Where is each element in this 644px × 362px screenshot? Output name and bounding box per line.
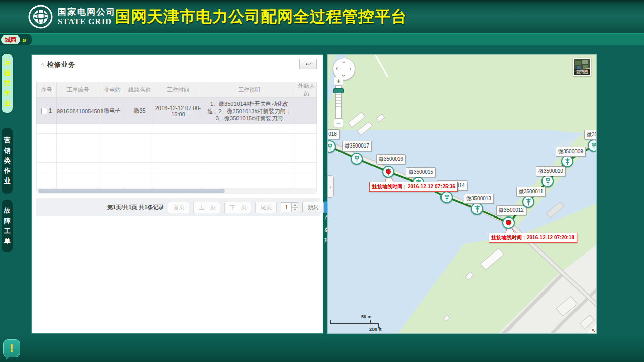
empty-table-row — [37, 153, 317, 163]
maintenance-panel: ⌂ 检修业务 ↩ 序号 工单编号 变电站 线路名称 工作时间 工作说明 外勤人员 — [31, 54, 323, 334]
table-h-scrollbar[interactable] — [36, 188, 316, 194]
h-scrollbar-thumb[interactable] — [38, 189, 225, 193]
pole-marker[interactable] — [471, 203, 483, 215]
region-label[interactable]: 城西 — [1, 35, 20, 44]
zoom-out-button[interactable]: − — [334, 119, 343, 127]
page-number-spinner: ▲ ▼ — [281, 202, 298, 212]
back-icon: ↩ — [306, 60, 311, 68]
brand-text: 国家电网公司 STATE GRID — [58, 7, 116, 26]
app-root: 国家电网公司 STATE GRID 国网天津市电力公司配网全过程管控平台 城西 … — [0, 0, 644, 362]
app-header: 国家电网公司 STATE GRID 国网天津市电力公司配网全过程管控平台 — [0, 0, 644, 33]
region-tab[interactable]: 城西 » — [0, 34, 32, 45]
empty-table-row — [37, 172, 317, 182]
prev-page-button[interactable]: 上一页 — [193, 202, 220, 213]
chevron-left-icon: ‹ — [329, 184, 331, 190]
pole-label[interactable]: 微3500017 — [342, 141, 372, 151]
brand-cn: 国家电网公司 — [58, 7, 116, 17]
spinner-up-icon[interactable]: ▲ — [292, 202, 298, 207]
pole-marker[interactable] — [440, 191, 453, 203]
pole-label[interactable]: 微3500013 — [464, 194, 494, 204]
double-chevron-right-icon[interactable]: » — [22, 35, 26, 44]
pole-label[interactable]: 微3500018 — [327, 129, 340, 139]
sidebar-tab-fault-order[interactable]: 故障工单 — [2, 200, 13, 252]
region-strip: 城西 » — [0, 33, 644, 45]
first-page-button[interactable]: 首页 — [168, 202, 189, 213]
cell-line-name: 微35 — [125, 98, 154, 124]
scale-metric-label: 50 m — [361, 314, 372, 319]
cell-description: 1、微3501014#杆开关自动化改造；2、微3501013#杆新装刀闸；3、微… — [202, 98, 296, 124]
pole-label[interactable]: 微3500008 — [584, 130, 597, 140]
zoom-slider-handle[interactable] — [333, 88, 344, 93]
collapse-panel-handle[interactable]: ‹ — [327, 175, 334, 198]
pole-label[interactable]: 微3500009 — [556, 147, 586, 157]
column-header[interactable]: 工作时间 — [154, 82, 202, 98]
back-button[interactable]: ↩ — [299, 59, 317, 69]
pole-label[interactable]: 微3500011 — [516, 187, 546, 197]
notification-icon[interactable]: ! — [3, 339, 20, 357]
pan-up-icon[interactable]: › — [340, 61, 347, 63]
next-page-button[interactable]: 下一页 — [224, 202, 251, 213]
home-icon: ⌂ — [40, 61, 44, 69]
pan-left-icon[interactable]: › — [336, 65, 338, 73]
column-header[interactable]: 外勤人员 — [296, 82, 317, 98]
pole-marker[interactable] — [561, 155, 573, 167]
column-header[interactable]: 变电站 — [99, 82, 125, 98]
pole-marker[interactable] — [382, 166, 394, 178]
panel-title: 检修业务 — [47, 60, 75, 69]
table-header-row: 序号 工单编号 变电站 线路名称 工作时间 工作说明 外勤人员 — [37, 82, 317, 98]
empty-table-row — [37, 124, 317, 134]
scale-bar: 50 m 200 ft — [330, 310, 386, 331]
pan-right-icon[interactable]: › — [349, 65, 351, 73]
pole-marker[interactable] — [502, 216, 515, 229]
sidebar-tab-label: 故障工单 — [4, 206, 11, 246]
brand-en: STATE GRID — [58, 17, 116, 26]
resize-corner-icon[interactable]: ↖ — [592, 328, 596, 333]
scale-line — [330, 323, 379, 324]
last-page-button[interactable]: 尾页 — [255, 202, 277, 213]
empty-table-row — [37, 163, 317, 172]
pole-marker[interactable] — [351, 153, 363, 165]
work-order-row[interactable]: 1 991608410054501 微电子 微35 2016-12-12 07:… — [37, 98, 317, 124]
map-terrain — [328, 55, 597, 334]
pole-marker[interactable] — [522, 196, 534, 208]
ground-wire-callout: 挂接地线时间：2016-12-12 07:25:36 — [369, 182, 458, 192]
spinner-down-icon[interactable]: ▼ — [292, 207, 298, 212]
cell-order-no: 991608410054501 — [57, 98, 99, 124]
pole-marker[interactable] — [588, 139, 597, 152]
state-grid-emblem-icon — [28, 5, 53, 29]
page-number-input[interactable] — [281, 202, 292, 212]
row-checkbox[interactable] — [41, 108, 47, 114]
column-header[interactable]: 序号 — [37, 82, 57, 98]
pole-label[interactable]: 微3500012 — [496, 205, 526, 215]
main-area: 运检类作业 营销类作业 故障工单 ⌂ 检修业务 ↩ 序号 工单编号 变电站 — [0, 45, 644, 335]
sidebar-tab-label: 运检类作业 — [4, 58, 11, 108]
pole-label[interactable]: 微3500016 — [376, 154, 406, 164]
cell-field-staff — [296, 98, 317, 124]
jump-button[interactable]: 跳转 — [302, 202, 324, 213]
pagination-summary: 第1页/共1页 共1条记录 — [107, 204, 164, 211]
column-header[interactable]: 线路名称 — [125, 82, 154, 98]
empty-table-row — [37, 143, 317, 153]
ground-wire-callout: 挂接地线时间：2016-12-12 07:20:18 — [489, 233, 577, 243]
row-index: 1 — [49, 107, 52, 114]
aerial-view-label: 航拍图 — [574, 69, 590, 75]
column-header[interactable]: 工作说明 — [202, 82, 296, 98]
work-order-table: 序号 工单编号 变电站 线路名称 工作时间 工作说明 外勤人员 1 991608… — [36, 82, 317, 192]
map-panel[interactable]: 微3500018微3500017微3500016微3500015微3500014… — [327, 54, 597, 334]
aerial-view-button[interactable]: 航拍图 — [573, 58, 591, 76]
ground-wire-alarm-icon — [386, 169, 391, 174]
app-footer: ! — [0, 335, 644, 362]
pole-label[interactable]: 微3500010 — [536, 166, 566, 176]
sidebar-tab-marketing[interactable]: 营销类作业 — [2, 128, 13, 194]
column-header[interactable]: 工单编号 — [57, 82, 99, 98]
panel-header: ⌂ 检修业务 — [40, 60, 75, 69]
page-title: 国网天津市电力公司配网全过程管控平台 — [115, 6, 407, 27]
pole-label[interactable]: 微3500015 — [406, 167, 436, 177]
scale-imperial-label: 200 ft — [369, 327, 382, 332]
pole-marker[interactable] — [541, 175, 554, 187]
sidebar-tab-inspection[interactable]: 运检类作业 — [2, 54, 13, 113]
state-grid-logo: 国家电网公司 STATE GRID — [28, 5, 116, 29]
pagination-bar: 第1页/共1页 共1条记录 首页 上一页 下一页 尾页 ▲ ▼ 跳转 工单处理 — [36, 198, 320, 216]
sidebar-tab-label: 营销类作业 — [4, 135, 11, 186]
zoom-in-button[interactable]: + — [334, 77, 343, 85]
